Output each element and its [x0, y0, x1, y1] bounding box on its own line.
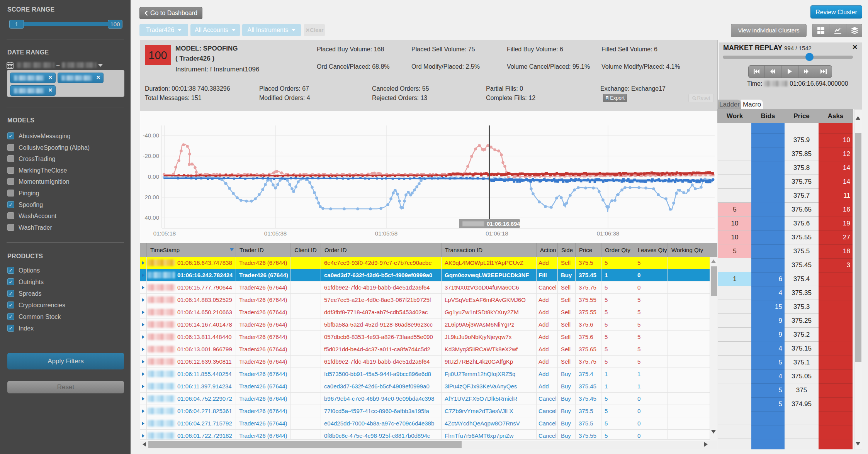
- svg-text:40.00: 40.00: [144, 214, 159, 221]
- svg-text:01:06:16.694: 01:06:16.694: [487, 221, 520, 227]
- svg-text:01:06:38: 01:06:38: [597, 230, 619, 237]
- svg-text:-20.00: -20.00: [143, 152, 159, 159]
- svg-text:01:05:58: 01:05:58: [375, 230, 397, 237]
- svg-text:01:05:38: 01:05:38: [264, 230, 287, 237]
- svg-text:0.00: 0.00: [148, 173, 159, 180]
- svg-text:01:06:18: 01:06:18: [486, 230, 508, 237]
- svg-text:20.00: 20.00: [144, 194, 159, 200]
- svg-text:01:05:18: 01:05:18: [153, 230, 176, 237]
- svg-text:-40.00: -40.00: [143, 132, 159, 139]
